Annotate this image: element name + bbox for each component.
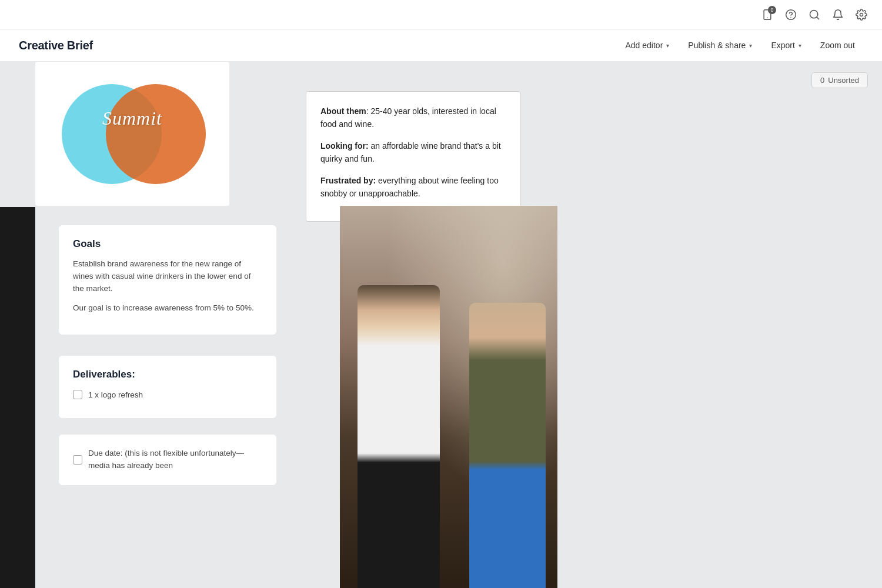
- document-title: Creative Brief: [19, 39, 93, 52]
- unsorted-label: Unsorted: [828, 76, 859, 85]
- frustrated-by-paragraph: Frustrated by: everything about wine fee…: [320, 174, 506, 201]
- help-icon[interactable]: [784, 8, 797, 21]
- add-editor-label: Add editor: [626, 41, 663, 50]
- add-editor-button[interactable]: Add editor ▾: [617, 36, 678, 54]
- export-button[interactable]: Export ▾: [763, 36, 809, 54]
- publish-share-label: Publish & share: [688, 41, 746, 50]
- looking-for-paragraph: Looking for: an affordable wine brand th…: [320, 139, 506, 166]
- logo-card[interactable]: Summit: [35, 62, 229, 206]
- svg-point-6: [860, 13, 863, 16]
- export-chevron: ▾: [799, 42, 801, 49]
- due-date-row[interactable]: Due date: (this is not flexible unfortun…: [73, 447, 262, 472]
- due-date-label: Due date:: [88, 449, 123, 457]
- goals-heading: Goals: [73, 238, 262, 250]
- main-toolbar: Creative Brief Add editor ▾ Publish & sh…: [0, 29, 882, 62]
- about-label: About them: [320, 106, 366, 116]
- add-editor-chevron: ▾: [666, 42, 669, 49]
- phone-badge: 0: [768, 6, 776, 14]
- svg-point-2: [786, 9, 796, 19]
- publish-share-button[interactable]: Publish & share ▾: [680, 36, 760, 54]
- due-date-card[interactable]: Due date: (this is not flexible unfortun…: [59, 435, 276, 485]
- due-date-checkbox[interactable]: [73, 455, 82, 465]
- about-paragraph-1: About them: 25-40 year olds, interested …: [320, 105, 506, 131]
- top-icon-bar: 0: [0, 0, 882, 29]
- publish-share-chevron: ▾: [749, 42, 752, 49]
- goals-paragraph-2: Our goal is to increase awareness from 5…: [73, 302, 262, 315]
- deliverables-heading: Deliverables:: [73, 369, 262, 380]
- about-card[interactable]: About them: 25-40 year olds, interested …: [306, 91, 520, 222]
- dark-sidebar-bar: [0, 207, 35, 588]
- topbar-icons: 0: [761, 8, 868, 21]
- person-left-silhouette: [358, 285, 440, 588]
- goals-card[interactable]: Goals Establish brand awareness for the …: [59, 225, 276, 335]
- venn-diagram: Summit: [50, 75, 215, 193]
- deliverable-checkbox-1[interactable]: [73, 390, 82, 399]
- unsorted-badge[interactable]: 0 Unsorted: [811, 72, 868, 88]
- looking-for-label: Looking for:: [320, 141, 369, 151]
- export-label: Export: [771, 41, 794, 50]
- deliverable-item-1[interactable]: 1 x logo refresh: [73, 390, 262, 399]
- deliverable-label-1: 1 x logo refresh: [88, 390, 143, 399]
- svg-line-5: [817, 16, 819, 19]
- toolbar-actions: Add editor ▾ Publish & share ▾ Export ▾ …: [617, 36, 864, 54]
- due-date-text: Due date: (this is not flexible unfortun…: [88, 447, 262, 472]
- couple-photo: [340, 206, 557, 588]
- venn-circle-right: [106, 84, 206, 184]
- zoom-out-button[interactable]: Zoom out: [812, 36, 863, 54]
- bell-icon[interactable]: [831, 8, 844, 21]
- settings-icon[interactable]: [855, 8, 868, 21]
- canvas-area: 0 Unsorted Summit Goals Establish brand …: [0, 62, 882, 588]
- unsorted-count: 0: [820, 76, 824, 85]
- goals-paragraph-1: Establish brand awareness for the new ra…: [73, 258, 262, 295]
- search-icon[interactable]: [808, 8, 821, 21]
- frustrated-by-label: Frustrated by:: [320, 176, 376, 185]
- person-right-silhouette: [469, 303, 546, 588]
- deliverables-card[interactable]: Deliverables: 1 x logo refresh: [59, 356, 276, 418]
- phone-icon[interactable]: 0: [761, 8, 774, 21]
- brand-logo-text: Summit: [79, 108, 185, 129]
